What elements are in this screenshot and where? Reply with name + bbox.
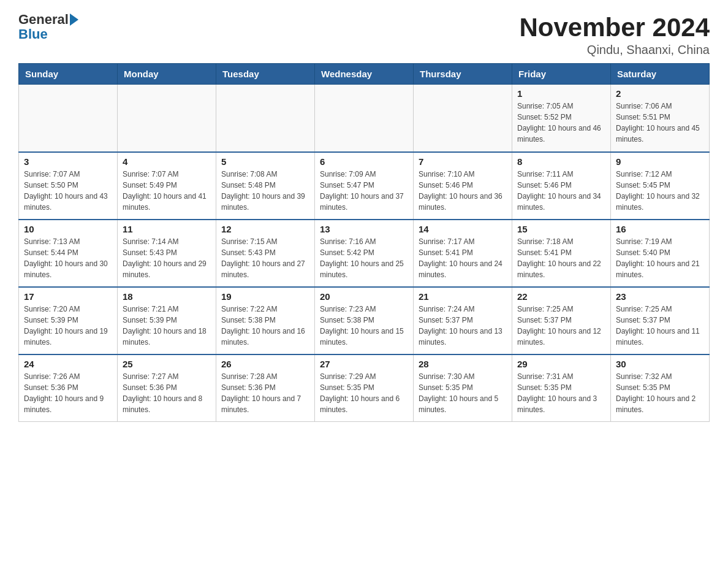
page-header: General Blue November 2024 Qindu, Shaanx… bbox=[18, 12, 710, 57]
calendar-cell: 8Sunrise: 7:11 AMSunset: 5:46 PMDaylight… bbox=[512, 152, 611, 220]
weekday-header-monday: Monday bbox=[118, 64, 216, 85]
calendar-cell: 15Sunrise: 7:18 AMSunset: 5:41 PMDayligh… bbox=[512, 220, 611, 287]
day-info: Sunrise: 7:24 AMSunset: 5:37 PMDaylight:… bbox=[419, 304, 507, 348]
weekday-header-saturday: Saturday bbox=[611, 64, 710, 85]
calendar-week-row: 10Sunrise: 7:13 AMSunset: 5:44 PMDayligh… bbox=[19, 220, 710, 287]
calendar-cell: 21Sunrise: 7:24 AMSunset: 5:37 PMDayligh… bbox=[414, 287, 512, 354]
day-number: 14 bbox=[419, 224, 507, 234]
calendar-cell: 29Sunrise: 7:31 AMSunset: 5:35 PMDayligh… bbox=[512, 354, 611, 422]
day-info: Sunrise: 7:08 AMSunset: 5:48 PMDaylight:… bbox=[221, 169, 309, 213]
weekday-header-tuesday: Tuesday bbox=[216, 64, 315, 85]
day-number: 7 bbox=[419, 156, 507, 167]
day-info: Sunrise: 7:10 AMSunset: 5:46 PMDaylight:… bbox=[419, 169, 507, 213]
calendar-cell: 27Sunrise: 7:29 AMSunset: 5:35 PMDayligh… bbox=[315, 354, 414, 422]
day-info: Sunrise: 7:25 AMSunset: 5:37 PMDaylight:… bbox=[517, 304, 605, 348]
calendar-cell: 17Sunrise: 7:20 AMSunset: 5:39 PMDayligh… bbox=[19, 287, 118, 354]
day-number: 24 bbox=[24, 359, 112, 369]
calendar-cell: 13Sunrise: 7:16 AMSunset: 5:42 PMDayligh… bbox=[315, 220, 414, 287]
calendar-cell: 12Sunrise: 7:15 AMSunset: 5:43 PMDayligh… bbox=[216, 220, 315, 287]
calendar-cell bbox=[118, 85, 216, 152]
calendar-cell: 19Sunrise: 7:22 AMSunset: 5:38 PMDayligh… bbox=[216, 287, 315, 354]
day-number: 11 bbox=[123, 224, 211, 234]
weekday-header-thursday: Thursday bbox=[414, 64, 512, 85]
day-info: Sunrise: 7:19 AMSunset: 5:40 PMDaylight:… bbox=[616, 236, 704, 280]
calendar-cell: 9Sunrise: 7:12 AMSunset: 5:45 PMDaylight… bbox=[611, 152, 710, 220]
day-number: 15 bbox=[517, 224, 605, 234]
calendar-cell: 23Sunrise: 7:25 AMSunset: 5:37 PMDayligh… bbox=[611, 287, 710, 354]
calendar-cell: 4Sunrise: 7:07 AMSunset: 5:49 PMDaylight… bbox=[118, 152, 216, 220]
calendar-cell: 18Sunrise: 7:21 AMSunset: 5:39 PMDayligh… bbox=[118, 287, 216, 354]
day-info: Sunrise: 7:27 AMSunset: 5:36 PMDaylight:… bbox=[123, 371, 211, 415]
calendar-body: 1Sunrise: 7:05 AMSunset: 5:52 PMDaylight… bbox=[19, 85, 710, 422]
day-number: 22 bbox=[517, 291, 605, 302]
weekday-header-friday: Friday bbox=[512, 64, 611, 85]
calendar-week-row: 17Sunrise: 7:20 AMSunset: 5:39 PMDayligh… bbox=[19, 287, 710, 354]
calendar-cell: 2Sunrise: 7:06 AMSunset: 5:51 PMDaylight… bbox=[611, 85, 710, 152]
day-number: 28 bbox=[419, 359, 507, 369]
calendar-cell: 24Sunrise: 7:26 AMSunset: 5:36 PMDayligh… bbox=[19, 354, 118, 422]
day-info: Sunrise: 7:17 AMSunset: 5:41 PMDaylight:… bbox=[419, 236, 507, 280]
day-number: 27 bbox=[320, 359, 408, 369]
calendar-table: SundayMondayTuesdayWednesdayThursdayFrid… bbox=[18, 63, 710, 422]
day-info: Sunrise: 7:15 AMSunset: 5:43 PMDaylight:… bbox=[221, 236, 309, 280]
day-info: Sunrise: 7:07 AMSunset: 5:49 PMDaylight:… bbox=[123, 169, 211, 213]
logo-arrow-icon bbox=[70, 13, 78, 26]
calendar-cell: 1Sunrise: 7:05 AMSunset: 5:52 PMDaylight… bbox=[512, 85, 611, 152]
day-info: Sunrise: 7:12 AMSunset: 5:45 PMDaylight:… bbox=[616, 169, 704, 213]
calendar-cell: 14Sunrise: 7:17 AMSunset: 5:41 PMDayligh… bbox=[414, 220, 512, 287]
day-info: Sunrise: 7:26 AMSunset: 5:36 PMDaylight:… bbox=[24, 371, 112, 415]
day-number: 2 bbox=[616, 88, 704, 99]
day-number: 12 bbox=[221, 224, 309, 234]
calendar-week-row: 24Sunrise: 7:26 AMSunset: 5:36 PMDayligh… bbox=[19, 354, 710, 422]
calendar-cell: 11Sunrise: 7:14 AMSunset: 5:43 PMDayligh… bbox=[118, 220, 216, 287]
day-number: 3 bbox=[24, 156, 112, 167]
day-info: Sunrise: 7:30 AMSunset: 5:35 PMDaylight:… bbox=[419, 371, 507, 415]
main-title: November 2024 bbox=[519, 12, 710, 43]
day-number: 19 bbox=[221, 291, 309, 302]
day-number: 4 bbox=[123, 156, 211, 167]
day-info: Sunrise: 7:13 AMSunset: 5:44 PMDaylight:… bbox=[24, 236, 112, 280]
day-info: Sunrise: 7:21 AMSunset: 5:39 PMDaylight:… bbox=[123, 304, 211, 348]
day-info: Sunrise: 7:18 AMSunset: 5:41 PMDaylight:… bbox=[517, 236, 605, 280]
day-number: 18 bbox=[123, 291, 211, 302]
day-number: 8 bbox=[517, 156, 605, 167]
day-number: 6 bbox=[320, 156, 408, 167]
day-number: 1 bbox=[517, 88, 605, 99]
day-number: 17 bbox=[24, 291, 112, 302]
calendar-cell bbox=[315, 85, 414, 152]
calendar-cell: 26Sunrise: 7:28 AMSunset: 5:36 PMDayligh… bbox=[216, 354, 315, 422]
day-number: 10 bbox=[24, 224, 112, 234]
calendar-cell bbox=[19, 85, 118, 152]
calendar-cell: 6Sunrise: 7:09 AMSunset: 5:47 PMDaylight… bbox=[315, 152, 414, 220]
calendar-header: SundayMondayTuesdayWednesdayThursdayFrid… bbox=[19, 64, 710, 85]
logo-general-text: General bbox=[18, 12, 69, 27]
day-info: Sunrise: 7:29 AMSunset: 5:35 PMDaylight:… bbox=[320, 371, 408, 415]
day-info: Sunrise: 7:32 AMSunset: 5:35 PMDaylight:… bbox=[616, 371, 704, 415]
day-info: Sunrise: 7:22 AMSunset: 5:38 PMDaylight:… bbox=[221, 304, 309, 348]
day-info: Sunrise: 7:11 AMSunset: 5:46 PMDaylight:… bbox=[517, 169, 605, 213]
calendar-cell: 7Sunrise: 7:10 AMSunset: 5:46 PMDaylight… bbox=[414, 152, 512, 220]
day-number: 25 bbox=[123, 359, 211, 369]
calendar-cell bbox=[414, 85, 512, 152]
subtitle: Qindu, Shaanxi, China bbox=[519, 43, 710, 57]
calendar-week-row: 1Sunrise: 7:05 AMSunset: 5:52 PMDaylight… bbox=[19, 85, 710, 152]
day-info: Sunrise: 7:06 AMSunset: 5:51 PMDaylight:… bbox=[616, 101, 704, 145]
day-info: Sunrise: 7:05 AMSunset: 5:52 PMDaylight:… bbox=[517, 101, 605, 145]
calendar-cell: 16Sunrise: 7:19 AMSunset: 5:40 PMDayligh… bbox=[611, 220, 710, 287]
day-info: Sunrise: 7:16 AMSunset: 5:42 PMDaylight:… bbox=[320, 236, 408, 280]
calendar-cell: 22Sunrise: 7:25 AMSunset: 5:37 PMDayligh… bbox=[512, 287, 611, 354]
day-number: 16 bbox=[616, 224, 704, 234]
day-number: 9 bbox=[616, 156, 704, 167]
day-number: 21 bbox=[419, 291, 507, 302]
day-info: Sunrise: 7:14 AMSunset: 5:43 PMDaylight:… bbox=[123, 236, 211, 280]
day-number: 5 bbox=[221, 156, 309, 167]
day-number: 30 bbox=[616, 359, 704, 369]
calendar-cell: 28Sunrise: 7:30 AMSunset: 5:35 PMDayligh… bbox=[414, 354, 512, 422]
day-info: Sunrise: 7:07 AMSunset: 5:50 PMDaylight:… bbox=[24, 169, 112, 213]
calendar-cell: 10Sunrise: 7:13 AMSunset: 5:44 PMDayligh… bbox=[19, 220, 118, 287]
logo-blue-text: Blue bbox=[18, 27, 48, 42]
calendar-cell: 20Sunrise: 7:23 AMSunset: 5:38 PMDayligh… bbox=[315, 287, 414, 354]
calendar-cell bbox=[216, 85, 315, 152]
calendar-week-row: 3Sunrise: 7:07 AMSunset: 5:50 PMDaylight… bbox=[19, 152, 710, 220]
day-number: 26 bbox=[221, 359, 309, 369]
